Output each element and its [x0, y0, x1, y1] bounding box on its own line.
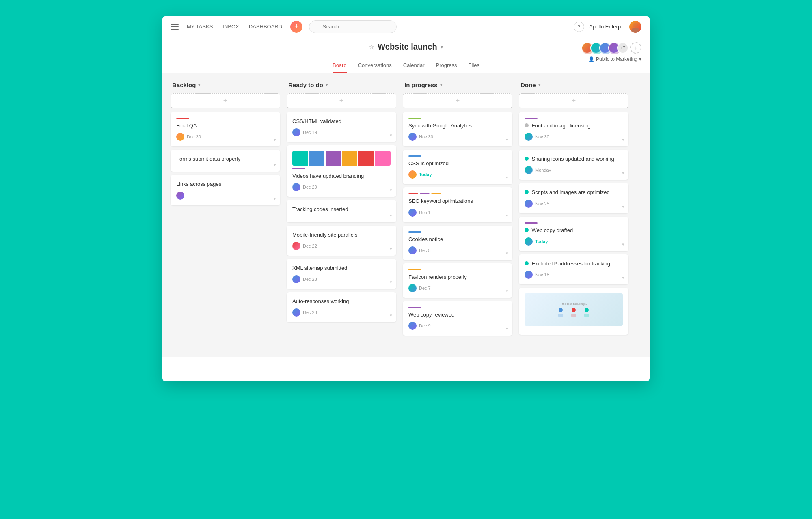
card-cookies-notice[interactable]: Cookies notice Dec 5 ▾ — [403, 226, 512, 260]
card-avatar — [525, 200, 533, 208]
inbox-link[interactable]: INBOX — [222, 24, 239, 30]
card-sharing-icons[interactable]: Sharing icons updated and working Monday… — [519, 150, 628, 180]
card-meta: Dec 28 — [292, 308, 391, 317]
card-avatar — [408, 170, 417, 179]
card-auto-responses[interactable]: Auto-responses working Dec 28 ▾ — [287, 292, 396, 322]
column-ready: Ready to do ▾ + CSS/HTML validated Dec 1… — [287, 82, 396, 325]
expand-icon[interactable]: ▾ — [274, 137, 276, 142]
search-input[interactable] — [309, 20, 397, 33]
expand-icon[interactable]: ▾ — [274, 162, 276, 168]
expand-icon[interactable]: ▾ — [622, 275, 624, 280]
card-title: Mobile-friendly site parallels — [292, 231, 391, 239]
expand-icon[interactable]: ▾ — [622, 137, 624, 142]
expand-icon[interactable]: ▾ — [506, 251, 508, 256]
hamburger-menu[interactable] — [171, 24, 179, 30]
card-forms-submit[interactable]: Forms submit data properly ▾ — [171, 150, 280, 172]
column-done: Done ▾ + Font and image licensing Nov 30… — [519, 82, 628, 338]
card-favicon[interactable]: Favicon renders properly Dec 7 ▾ — [403, 263, 512, 298]
add-card-done[interactable]: + — [519, 93, 628, 108]
expand-icon[interactable]: ▾ — [390, 246, 392, 252]
expand-icon[interactable]: ▾ — [390, 313, 392, 318]
thumbnail-content: This is a heading 2 — [525, 299, 623, 320]
add-card-in-progress[interactable]: + — [403, 93, 512, 108]
card-meta: Dec 30 — [176, 133, 274, 141]
card-date: Dec 5 — [419, 248, 431, 253]
card-exclude-ip[interactable]: Exclude IP addresses for tracking Nov 18… — [519, 254, 628, 284]
tab-progress[interactable]: Progress — [436, 62, 457, 73]
card-css-html[interactable]: CSS/HTML validated Dec 19 ▾ — [287, 112, 396, 142]
thumb-head-3 — [585, 308, 589, 312]
user-avatar[interactable] — [629, 21, 641, 33]
ready-chevron-icon[interactable]: ▾ — [326, 82, 328, 88]
done-chevron-icon[interactable]: ▾ — [538, 82, 541, 88]
card-thumbnail-preview[interactable]: This is a heading 2 — [519, 288, 628, 335]
title-chevron-icon[interactable]: ▾ — [441, 44, 443, 50]
card-avatar — [292, 308, 300, 317]
card-web-copy-reviewed[interactable]: Web copy reviewed Dec 9 ▾ — [403, 301, 512, 336]
help-button[interactable]: ? — [574, 22, 584, 32]
card-title: Tracking codes inserted — [292, 206, 391, 213]
visibility-label: Public to Marketing — [596, 56, 637, 62]
visibility-row[interactable]: 👤 Public to Marketing ▾ — [171, 56, 641, 62]
card-web-copy-drafted[interactable]: Web copy drafted Today ▾ — [519, 217, 628, 251]
tab-calendar[interactable]: Calendar — [403, 62, 425, 73]
card-meta: Dec 22 — [292, 242, 391, 250]
card-date: Dec 30 — [187, 134, 201, 139]
inprogress-chevron-icon[interactable]: ▾ — [440, 82, 443, 88]
star-icon[interactable]: ☆ — [369, 44, 374, 50]
avatar-count[interactable]: +7 — [617, 42, 628, 54]
status-dot — [525, 157, 529, 161]
add-member-button[interactable]: + — [630, 42, 641, 54]
card-xml-sitemap[interactable]: XML sitemap submitted Dec 23 ▾ — [287, 259, 396, 289]
expand-icon[interactable]: ▾ — [390, 187, 392, 193]
card-final-qa[interactable]: Final QA Dec 30 ▾ — [171, 112, 280, 146]
card-date: Nov 18 — [535, 272, 549, 277]
add-button[interactable]: + — [290, 21, 302, 33]
person-icon: 👤 — [588, 56, 594, 62]
card-avatar — [525, 271, 533, 279]
expand-icon[interactable]: ▾ — [506, 326, 508, 332]
expand-icon[interactable]: ▾ — [622, 242, 624, 247]
user-name: Apollo Enterp... — [589, 24, 625, 30]
expand-icon[interactable]: ▾ — [390, 280, 392, 285]
expand-icon[interactable]: ▾ — [622, 170, 624, 176]
card-scripts-images[interactable]: Scripts and images are optimized Nov 25 … — [519, 183, 628, 213]
card-videos[interactable]: Videos have updated branding Dec 29 ▾ — [287, 145, 396, 197]
project-title: ☆ Website launch ▾ — [369, 42, 443, 52]
tab-conversations[interactable]: Conversations — [358, 62, 392, 73]
expand-icon[interactable]: ▾ — [506, 175, 508, 180]
add-card-ready[interactable]: + — [287, 93, 396, 108]
card-mobile-friendly[interactable]: Mobile-friendly site parallels Dec 22 ▾ — [287, 226, 396, 256]
card-title: Scripts and images are optimized — [525, 189, 623, 196]
card-font-image[interactable]: Font and image licensing Nov 30 ▾ — [519, 112, 628, 146]
tab-board[interactable]: Board — [333, 62, 347, 73]
board: Backlog ▾ + Final QA Dec 30 ▾ Forms subm… — [162, 73, 650, 357]
tab-files[interactable]: Files — [469, 62, 479, 73]
expand-icon[interactable]: ▾ — [390, 213, 392, 218]
dashboard-link[interactable]: DASHBOARD — [249, 24, 282, 30]
card-links-across[interactable]: Links across pages ▾ — [171, 175, 280, 205]
card-date: Nov 30 — [535, 134, 549, 139]
card-css-optimized[interactable]: CSS is optimized Today ▾ — [403, 150, 512, 184]
card-seo-keyword[interactable]: SEO keyword optimizations Dec 1 ▾ — [403, 187, 512, 222]
status-dot — [525, 123, 529, 127]
expand-icon[interactable]: ▾ — [506, 289, 508, 294]
card-tracking[interactable]: Tracking codes inserted ▾ — [287, 200, 396, 222]
thumb-body-1 — [558, 314, 563, 317]
accent-bar-1 — [408, 193, 418, 194]
expand-icon[interactable]: ▾ — [622, 204, 624, 209]
card-avatar — [292, 242, 300, 250]
expand-icon[interactable]: ▾ — [506, 137, 508, 142]
thumb-head-1 — [559, 308, 563, 312]
card-sync-analytics[interactable]: Sync with Google Analytics Nov 30 ▾ — [403, 112, 512, 146]
color-bar-2 — [309, 151, 324, 166]
my-tasks-link[interactable]: MY TASKS — [187, 24, 213, 30]
column-backlog: Backlog ▾ + Final QA Dec 30 ▾ Forms subm… — [171, 82, 280, 209]
card-meta: Dec 9 — [408, 322, 507, 330]
backlog-chevron-icon[interactable]: ▾ — [198, 82, 201, 88]
expand-icon[interactable]: ▾ — [506, 213, 508, 218]
expand-icon[interactable]: ▾ — [390, 133, 392, 138]
add-card-backlog[interactable]: + — [171, 93, 280, 108]
expand-icon[interactable]: ▾ — [274, 196, 276, 201]
card-avatar — [408, 209, 417, 217]
